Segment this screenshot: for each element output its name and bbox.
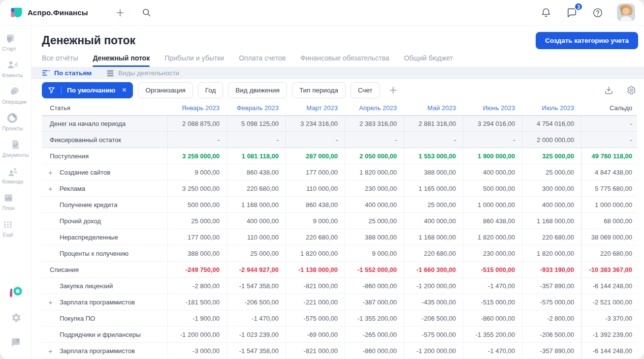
filter-button-Вид движения[interactable]: Вид движения (228, 82, 287, 98)
sidebar-item-documents[interactable]: Документы (2, 139, 29, 158)
subtab-activity-kinds[interactable]: Виды деятельности (106, 69, 179, 77)
cell-value: 25 000,00 (167, 213, 226, 229)
column-header-month[interactable]: Май 2023 (404, 104, 463, 112)
cell-value: 388 000,00 (167, 245, 226, 261)
cell-value: 4 847 438,00 (581, 164, 639, 180)
column-header-month[interactable]: Январь 2023 (167, 104, 226, 112)
help-button[interactable] (591, 6, 604, 19)
table-row[interactable]: Фиксированный остаток------2 000 000,00- (42, 132, 637, 148)
table-row[interactable]: Нераспределенные177 000,00110 000,00220 … (42, 229, 637, 245)
row-label: Закупка лицензий (42, 278, 167, 294)
clear-filter-icon[interactable]: ✕ (122, 87, 127, 93)
table-row[interactable]: Закупка лицензий-2 800,00-1 547 358,00-8… (42, 278, 637, 294)
cell-value: 1 820 000,00 (286, 245, 345, 261)
create-category-button[interactable]: Создать категорию учета (536, 32, 638, 49)
sidebar-chat-button[interactable] (9, 335, 23, 349)
cell-value: -1 900,00 (167, 310, 226, 326)
tab-Все отчёты[interactable]: Все отчёты (42, 54, 78, 67)
column-header-month[interactable]: Март 2023 (286, 104, 345, 112)
sidebar-settings-button[interactable] (9, 311, 23, 325)
table-row[interactable]: Поступления3 259 000,001 081 118,00287 0… (42, 148, 637, 164)
cell-value: - (581, 132, 639, 148)
expand-icon[interactable]: + (48, 347, 60, 355)
table-row[interactable]: Проценты к получению388 000,0025 000,001… (42, 245, 637, 262)
sidebar-items: СтартКлиентыОперацииПроектыДокументыКома… (2, 32, 29, 245)
search-button[interactable] (140, 6, 153, 19)
table-row[interactable]: Списания-249 750,00-2 944 927,00-1 138 0… (42, 262, 637, 278)
column-header-month[interactable]: Июль 2023 (522, 104, 581, 112)
table-row[interactable]: +Зарплата программистов-181 500,00-206 5… (42, 294, 637, 310)
table-row[interactable]: +Создание сайтов9 000,00860 438,00177 00… (42, 164, 637, 180)
cell-value: - (345, 132, 404, 148)
tab-Финансовые обязательства[interactable]: Финансовые обязательства (300, 54, 389, 67)
cell-value: 220 680,00 (522, 229, 581, 245)
notifications-button[interactable] (540, 6, 552, 19)
cell-value: 3 250 000,00 (167, 180, 226, 196)
sidebar-item-label: Ещё (3, 232, 13, 238)
cell-value: -357 890,00 (522, 343, 581, 359)
filter-button-Тип периода[interactable]: Тип периода (292, 82, 346, 98)
cell-value: 500 000,00 (463, 180, 522, 196)
table-row[interactable]: +Зарплата программистов-3 000,00-1 547 3… (42, 343, 637, 359)
column-header-month[interactable]: Апрель 2023 (345, 104, 404, 112)
sidebar-item-clients[interactable]: Клиенты (2, 59, 23, 78)
row-label: Нераспределенные (42, 229, 167, 245)
cell-value: 38 069 000,00 (581, 229, 639, 245)
add-filter-button[interactable] (385, 83, 401, 97)
pill-divider (61, 86, 62, 94)
active-filter-pill[interactable]: По умолчанию ✕ (42, 82, 133, 98)
row-label-text: Проценты к получению (60, 250, 129, 257)
cell-value: 3 259 000,00 (167, 148, 226, 164)
table-row[interactable]: Денег на начало периода2 088 875,005 098… (42, 116, 637, 132)
cell-value: -1 470,00 (463, 278, 522, 294)
messages-button[interactable]: 3 (565, 6, 579, 19)
cell-value: 220 680,00 (581, 245, 639, 261)
sidebar-item-team[interactable]: Команда (2, 165, 23, 184)
expand-icon[interactable]: + (48, 298, 60, 306)
sidebar-item-label: Проекты (2, 125, 23, 131)
table-row[interactable]: +Реклама3 250 000,00220 680,00110 000,00… (42, 180, 637, 197)
avatar[interactable] (617, 3, 635, 22)
start-icon (3, 32, 15, 44)
cell-value: -6 144 248,00 (581, 278, 639, 294)
sidebar-brand-button[interactable] (7, 285, 24, 300)
cell-value: 1 820 000,00 (345, 164, 404, 180)
cell-value: 325 000,00 (522, 148, 581, 164)
gear-icon (10, 312, 22, 324)
sidebar-item-projects[interactable]: Проекты (2, 112, 23, 131)
column-header-month[interactable]: Июнь 2023 (463, 104, 522, 112)
table-row[interactable]: Прочий доход25 000,00400 000,009 000,002… (42, 213, 637, 229)
column-header-article: Статья (42, 104, 167, 112)
cell-value: -2 521 000,00 (581, 294, 639, 310)
expand-icon[interactable]: + (48, 184, 60, 193)
cell-value: 3 234 316,00 (286, 116, 345, 131)
cell-value: 5 098 125,00 (226, 116, 286, 131)
quick-add-button[interactable] (114, 6, 127, 19)
table-row[interactable]: Покупка ПО-1 900,00-1 470,00-575 000,00-… (42, 310, 637, 327)
tab-Денежный поток[interactable]: Денежный поток (93, 54, 150, 67)
expand-icon[interactable]: + (48, 168, 60, 177)
subtab-by-articles[interactable]: По статьям (42, 69, 92, 77)
export-button[interactable] (603, 84, 615, 96)
cell-value: 1 168 000,00 (404, 229, 463, 245)
cell-value: -1 023 239,00 (226, 327, 286, 342)
tab-Общий бюджет[interactable]: Общий бюджет (404, 54, 452, 67)
column-header-saldo: Сальдо (581, 104, 639, 112)
filter-button-Счет[interactable]: Счет (351, 82, 380, 98)
topbar: Аспро.Финансы 3 (0, 0, 644, 26)
filter-button-Организация[interactable]: Организация (138, 82, 193, 98)
filter-button-Год[interactable]: Год (198, 82, 224, 98)
column-header-month[interactable]: Февраль 2023 (226, 104, 286, 112)
table-row[interactable]: Получение кредита500 000,001 168 000,008… (42, 197, 637, 213)
sidebar-item-start[interactable]: Старт (2, 32, 16, 52)
cell-value: -69 000,00 (286, 327, 345, 342)
table-settings-button[interactable] (625, 84, 637, 96)
tab-Оплата счетов[interactable]: Оплата счетов (239, 54, 286, 67)
sidebar-item-plan[interactable]: План (2, 192, 14, 211)
table-row[interactable]: Подрядчики и фрилансеры-1 200 000,00-1 0… (42, 327, 637, 343)
sidebar-item-operations[interactable]: Операции (2, 86, 26, 105)
cell-value: 9 000,00 (345, 245, 404, 261)
cell-value: 388 000,00 (345, 229, 404, 245)
sidebar-item-more[interactable]: Ещё (2, 218, 14, 238)
tab-Прибыли и убытки[interactable]: Прибыли и убытки (164, 54, 224, 67)
